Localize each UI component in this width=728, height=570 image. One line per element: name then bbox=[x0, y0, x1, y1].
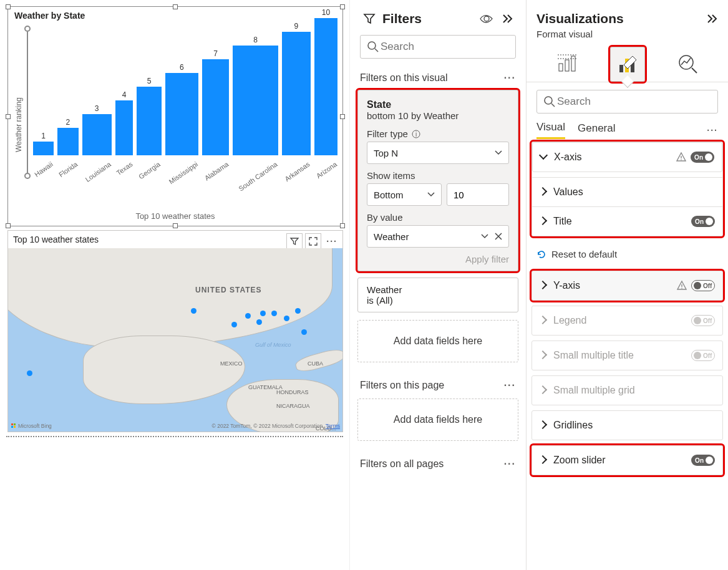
axis-handle bbox=[24, 22, 31, 209]
bar-mississippi[interactable]: 6Mississippi bbox=[165, 63, 198, 179]
collapse-icon[interactable] bbox=[502, 14, 513, 24]
format-visual-tab[interactable] bbox=[610, 47, 645, 82]
xaxis-header[interactable]: X-axis On bbox=[532, 142, 722, 172]
filters-pane: Filters Filters on this visual ··· State… bbox=[350, 0, 527, 570]
add-data-fields-drop[interactable]: Add data fields here bbox=[357, 320, 518, 362]
map-visual[interactable]: ··· Top 10 weather states UNITED STATES … bbox=[7, 230, 343, 432]
bar-hawaii[interactable]: 1Hawaii bbox=[33, 132, 54, 179]
chevron-down-icon bbox=[481, 233, 488, 240]
small-multiple-title-item: Small multiple title Off bbox=[531, 341, 723, 370]
visualizations-pane: Visualizations Format visual Visual bbox=[527, 0, 728, 570]
bar-florida[interactable]: 2Florida bbox=[57, 118, 79, 179]
build-visual-tab[interactable] bbox=[550, 47, 585, 82]
filter-field-name: State bbox=[367, 99, 509, 110]
reset-icon bbox=[536, 249, 546, 259]
svg-rect-2 bbox=[11, 426, 13, 428]
filter-type-select[interactable]: Top N bbox=[367, 142, 509, 164]
tab-general[interactable]: General bbox=[578, 122, 615, 138]
tab-visual[interactable]: Visual bbox=[536, 121, 565, 139]
analytics-tab[interactable] bbox=[671, 47, 706, 82]
more-options-icon[interactable]: ··· bbox=[504, 72, 516, 84]
svg-rect-1 bbox=[14, 423, 16, 425]
svg-line-17 bbox=[692, 68, 697, 73]
filters-page-section: Filters on this page bbox=[360, 380, 444, 391]
svg-point-21 bbox=[681, 159, 682, 160]
warning-icon bbox=[676, 280, 687, 291]
show-items-count-input[interactable] bbox=[447, 183, 509, 206]
filter-icon[interactable] bbox=[286, 233, 303, 249]
title-item[interactable]: Title On bbox=[532, 206, 722, 236]
svg-rect-8 bbox=[559, 64, 563, 71]
filter-card-state[interactable]: State bottom 10 by Weather Filter type i… bbox=[357, 90, 518, 271]
more-options-icon[interactable]: ··· bbox=[324, 236, 340, 246]
filter-card-weather[interactable]: Weather is (All) bbox=[357, 278, 518, 312]
search-input[interactable] bbox=[556, 95, 711, 109]
svg-rect-0 bbox=[11, 423, 13, 425]
xaxis-toggle[interactable]: On bbox=[691, 152, 714, 163]
map-country-label: UNITED STATES bbox=[195, 286, 262, 294]
reset-to-default[interactable]: Reset to default bbox=[531, 243, 723, 271]
more-options-icon[interactable]: ··· bbox=[504, 380, 516, 391]
show-items-direction-select[interactable]: Bottom bbox=[367, 183, 442, 206]
svg-point-23 bbox=[681, 287, 682, 289]
svg-line-5 bbox=[375, 49, 378, 52]
info-icon[interactable]: i bbox=[412, 130, 420, 138]
legend-item: Legend Off bbox=[531, 306, 723, 336]
svg-point-18 bbox=[545, 97, 552, 104]
close-icon[interactable] bbox=[495, 233, 502, 240]
small-multiple-grid-item: Small multiple grid bbox=[531, 375, 723, 405]
add-data-fields-drop[interactable]: Add data fields here bbox=[357, 399, 518, 441]
chevron-down-icon bbox=[495, 149, 502, 157]
zoom-toggle[interactable]: On bbox=[691, 455, 715, 466]
bar-texas[interactable]: 4Texas bbox=[115, 90, 133, 179]
svg-point-4 bbox=[368, 42, 376, 49]
by-value-select[interactable]: Weather bbox=[367, 225, 509, 248]
yaxis-item[interactable]: Y-axis Off bbox=[531, 271, 723, 301]
viz-header: Visualizations bbox=[536, 11, 707, 26]
title-toggle[interactable]: On bbox=[691, 216, 715, 227]
bar-louisiana[interactable]: 3Louisiana bbox=[82, 104, 112, 179]
svg-text:i: i bbox=[415, 131, 417, 138]
map-attribution-left: Microsoft Bing bbox=[11, 423, 52, 429]
bar-plot-area: 1Hawaii2Florida3Louisiana4Texas5Georgia6… bbox=[31, 22, 340, 209]
focus-mode-icon[interactable] bbox=[305, 233, 321, 249]
search-input[interactable] bbox=[379, 40, 514, 54]
bar-alabama[interactable]: 7Alabama bbox=[202, 49, 229, 179]
bar-chart-visual[interactable]: Weather by State Weather ranking 1Hawaii… bbox=[7, 6, 343, 226]
legend-toggle: Off bbox=[691, 315, 715, 326]
bar-south-carolina[interactable]: 8South Carolina bbox=[233, 36, 278, 179]
xaxis-group: X-axis On Values Title On bbox=[531, 142, 723, 236]
filters-header: Filters bbox=[382, 11, 480, 26]
chevron-down-icon bbox=[427, 191, 435, 198]
filters-search[interactable] bbox=[360, 35, 516, 59]
collapse-icon[interactable] bbox=[707, 14, 718, 24]
viz-subheader: Format visual bbox=[527, 29, 728, 43]
more-options-icon[interactable]: ··· bbox=[504, 458, 516, 470]
bar-arizona[interactable]: 10Arizona bbox=[314, 8, 337, 179]
apply-filter-button[interactable]: Apply filter bbox=[367, 248, 509, 264]
bing-map[interactable]: UNITED STATES MEXICO GUATEMALA HONDURAS … bbox=[8, 248, 342, 432]
zoom-slider-item[interactable]: Zoom slider On bbox=[531, 445, 723, 475]
y-axis-label: Weather ranking bbox=[13, 22, 24, 209]
filter-icon bbox=[362, 12, 376, 26]
svg-rect-13 bbox=[619, 65, 623, 72]
eye-icon[interactable] bbox=[480, 14, 493, 23]
search-icon bbox=[543, 95, 556, 108]
warning-icon bbox=[676, 152, 687, 163]
filters-all-section: Filters on all pages bbox=[360, 458, 444, 470]
viz-search[interactable] bbox=[536, 90, 718, 114]
gridlines-item[interactable]: Gridlines bbox=[531, 410, 723, 440]
more-options-icon[interactable]: ··· bbox=[707, 125, 718, 135]
map-attribution-right: © 2022 TomTom, © 2022 Microsoft Corporat… bbox=[212, 423, 340, 429]
svg-rect-9 bbox=[565, 60, 569, 71]
svg-rect-3 bbox=[14, 426, 16, 428]
smt-toggle: Off bbox=[691, 350, 715, 361]
values-item[interactable]: Values bbox=[532, 177, 722, 206]
svg-line-19 bbox=[551, 104, 555, 107]
search-icon bbox=[367, 41, 379, 53]
filters-visual-section: Filters on this visual bbox=[360, 72, 448, 84]
yaxis-toggle[interactable]: Off bbox=[691, 280, 715, 291]
bar-arkansas[interactable]: 9Arkansas bbox=[282, 22, 311, 179]
bar-georgia[interactable]: 5Georgia bbox=[137, 77, 161, 179]
filter-description: bottom 10 by Weather bbox=[367, 110, 509, 121]
